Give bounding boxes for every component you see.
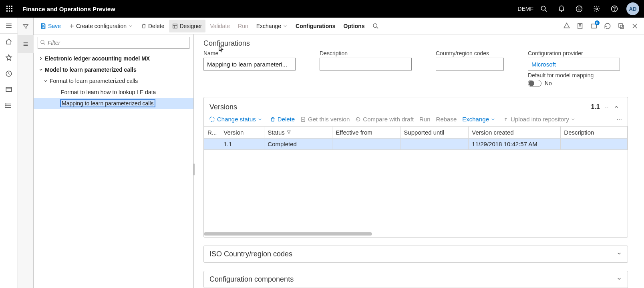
legal-entity[interactable]: DEMF [517, 6, 533, 12]
feedback-button[interactable] [570, 0, 588, 18]
get-version-button[interactable]: Get this version [300, 116, 350, 123]
create-configuration-button[interactable]: Create configuration [66, 20, 136, 32]
validate-label: Validate [210, 23, 230, 29]
tree-node[interactable]: Format to learn how to lookup LE data [34, 87, 193, 98]
tree-node[interactable]: Model to learn parameterized calls [34, 64, 193, 75]
default-mm-label: Default for model mapping [528, 72, 620, 79]
versions-toolbar: Change status Delete Get this version [204, 115, 628, 126]
settings-button[interactable] [588, 0, 606, 18]
versions-title: Versions [209, 103, 237, 111]
tree-node[interactable]: Format to learn parameterized calls [34, 75, 193, 87]
col-r[interactable]: R... [204, 127, 220, 139]
description-input[interactable] [320, 58, 412, 70]
cell-description [561, 139, 628, 150]
exchange-button[interactable]: Exchange [253, 20, 291, 32]
app-title: Finance and Operations Preview [22, 6, 115, 12]
rebase-button[interactable]: Rebase [436, 116, 457, 123]
collapse-icon[interactable] [38, 68, 44, 72]
svg-point-26 [5, 104, 6, 105]
svg-rect-1 [9, 6, 10, 7]
versions-delete-button[interactable]: Delete [270, 116, 295, 123]
app-launcher-button[interactable] [2, 0, 18, 18]
tree-filter-input[interactable] [38, 37, 189, 49]
tree-node-label: Model to learn parameterized calls [44, 66, 137, 73]
run-button[interactable]: Run [235, 20, 252, 32]
change-status-button[interactable]: Change status [209, 116, 264, 123]
col-status[interactable]: Status [264, 127, 332, 139]
options-tab[interactable]: Options [340, 20, 368, 32]
versions-exchange-button[interactable]: Exchange [462, 116, 497, 123]
delete-button[interactable]: Delete [138, 20, 167, 32]
search-button[interactable] [535, 0, 553, 18]
col-supported-until[interactable]: Supported until [400, 127, 469, 139]
filter-pane-button[interactable] [18, 18, 34, 35]
configurations-tab[interactable]: Configurations [292, 20, 339, 32]
name-input[interactable] [203, 58, 296, 70]
compare-draft-button[interactable]: Compare with draft [355, 116, 414, 123]
configuration-components-section[interactable]: Configuration components [203, 271, 628, 288]
expand-icon[interactable] [38, 56, 44, 60]
delete-label: Delete [148, 23, 164, 29]
svg-rect-8 [11, 10, 12, 12]
versions-section: Versions 1.1 -- Change status [203, 97, 628, 238]
list-pane-button[interactable] [18, 35, 34, 53]
description-label: Description [320, 50, 412, 56]
office-button[interactable] [574, 19, 587, 33]
svg-rect-3 [6, 8, 8, 9]
notifications-button[interactable] [553, 0, 570, 18]
cell-version: 1.1 [220, 139, 264, 150]
home-button[interactable] [0, 34, 18, 50]
horizontal-scrollbar[interactable] [204, 232, 628, 237]
popout-button[interactable] [614, 19, 628, 33]
recent-button[interactable] [0, 66, 18, 82]
user-avatar[interactable]: AD [626, 2, 639, 15]
svg-point-9 [541, 6, 545, 10]
tree-node-label: Electronic ledger accounting model MX [44, 55, 151, 62]
topbar: Finance and Operations Preview DEMF AD [0, 0, 644, 18]
provider-link[interactable]: Microsoft [528, 58, 620, 70]
country-codes-input[interactable] [436, 58, 504, 70]
filter-icon[interactable] [286, 129, 291, 136]
modules-button[interactable] [0, 98, 18, 114]
attachments-button[interactable] [560, 19, 574, 33]
save-label: Save [48, 23, 61, 29]
search-icon [40, 40, 46, 46]
close-button[interactable] [628, 19, 642, 33]
pane-splitter[interactable] [192, 161, 196, 177]
svg-line-10 [545, 10, 547, 12]
expand-section-icon [616, 251, 622, 258]
versions-grid[interactable]: R... Version Status Effective from Suppo… [204, 126, 628, 229]
iso-country-section[interactable]: ISO Country/region codes [203, 246, 628, 263]
svg-rect-4 [9, 8, 10, 9]
tree-node[interactable]: Electronic ledger accounting model MX [34, 53, 193, 64]
nav-toggle-button[interactable] [0, 18, 18, 34]
more-actions-button[interactable]: ⋯ [616, 116, 623, 123]
upload-repository-button[interactable]: Upload into repository [503, 116, 578, 123]
col-effective-from[interactable]: Effective from [332, 127, 400, 139]
designer-button[interactable]: Designer [169, 20, 205, 32]
default-mm-toggle[interactable]: No [528, 80, 552, 87]
cell-status: Completed [264, 139, 332, 150]
collapse-icon[interactable] [42, 79, 49, 83]
country-codes-label: Country/region codes [436, 50, 504, 56]
refresh-button[interactable] [601, 19, 614, 33]
validate-button[interactable]: Validate [207, 20, 233, 32]
col-version-created[interactable]: Version created [469, 127, 561, 139]
favorites-button[interactable] [0, 50, 18, 66]
table-row[interactable]: 1.1 Completed 11/29/2018 10:42:57 AM [204, 139, 628, 150]
workspaces-button[interactable] [0, 82, 18, 98]
tree-node-selected[interactable]: Mapping to learn parameterized calls [34, 98, 193, 109]
svg-line-39 [376, 27, 378, 28]
col-version[interactable]: Version [220, 127, 264, 139]
collapse-section-button[interactable] [611, 101, 622, 113]
svg-point-38 [373, 24, 377, 27]
messages-button[interactable]: 0 [587, 19, 601, 33]
col-description[interactable]: Description [561, 127, 628, 139]
versions-run-button[interactable]: Run [419, 116, 431, 123]
name-label: Name [203, 50, 296, 56]
save-button[interactable]: Save [37, 20, 64, 32]
svg-rect-21 [6, 87, 12, 92]
details-pane: Configurations Name Description Country/… [194, 34, 644, 288]
help-button[interactable] [606, 0, 623, 18]
command-search-button[interactable] [369, 20, 384, 32]
